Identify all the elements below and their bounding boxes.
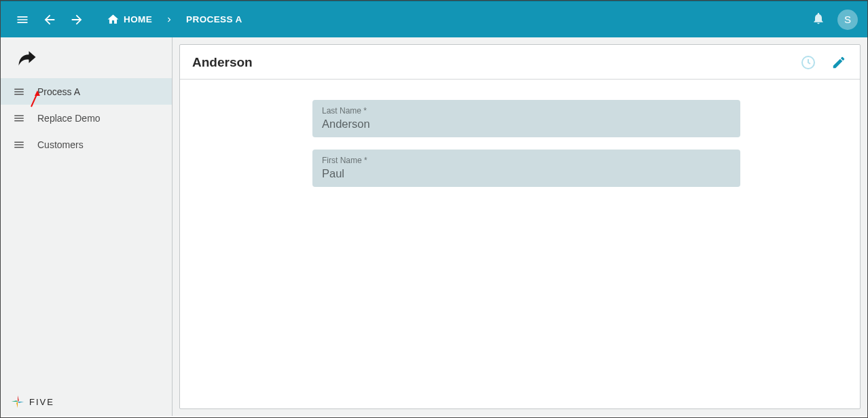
- top-bar: HOME PROCESS A S: [1, 1, 867, 37]
- brand-logo-icon: [10, 394, 25, 409]
- sidebar-item-replace-demo[interactable]: Replace Demo: [1, 105, 172, 131]
- list-icon: [13, 86, 25, 98]
- sidebar-item-process-a[interactable]: Process A: [1, 78, 172, 105]
- sidebar-items: Process A Replace Demo Customers: [1, 78, 172, 158]
- field-value: Paul: [322, 167, 731, 180]
- card-header: Anderson: [180, 45, 860, 80]
- body: Process A Replace Demo Customers F: [1, 37, 867, 416]
- back-icon[interactable]: [37, 7, 62, 32]
- field-label: Last Name *: [322, 106, 731, 116]
- field-first-name[interactable]: First Name * Paul: [312, 150, 740, 187]
- brand-logo-text: FIVE: [29, 397, 54, 407]
- breadcrumb-current[interactable]: PROCESS A: [186, 14, 242, 24]
- sidebar-item-customers[interactable]: Customers: [1, 131, 172, 158]
- share-icon[interactable]: [1, 37, 172, 77]
- form-area: Last Name * Anderson First Name * Paul: [180, 80, 860, 220]
- main-area: Anderson Last Name * Anderson: [173, 37, 867, 416]
- card-title: Anderson: [192, 55, 800, 70]
- breadcrumb-home[interactable]: HOME: [107, 13, 152, 26]
- list-icon: [13, 139, 25, 151]
- menu-icon[interactable]: [10, 7, 35, 32]
- forward-icon: [65, 7, 89, 32]
- field-label: First Name *: [322, 156, 731, 165]
- field-value: Anderson: [322, 118, 731, 130]
- field-last-name[interactable]: Last Name * Anderson: [312, 100, 740, 137]
- history-icon[interactable]: [800, 54, 816, 71]
- sidebar-item-label: Process A: [37, 86, 80, 97]
- sidebar-item-label: Replace Demo: [37, 113, 101, 124]
- edit-icon[interactable]: [831, 55, 846, 70]
- avatar-initial: S: [844, 14, 851, 25]
- list-icon: [13, 112, 25, 124]
- breadcrumb-chevron-icon: [164, 15, 174, 24]
- brand-logo: FIVE: [10, 394, 54, 409]
- record-card: Anderson Last Name * Anderson: [179, 44, 861, 409]
- avatar[interactable]: S: [837, 10, 858, 30]
- notifications-icon[interactable]: [812, 12, 825, 28]
- sidebar-item-label: Customers: [37, 139, 84, 150]
- home-icon: [107, 13, 120, 26]
- home-label: HOME: [124, 14, 152, 24]
- sidebar: Process A Replace Demo Customers F: [1, 37, 173, 416]
